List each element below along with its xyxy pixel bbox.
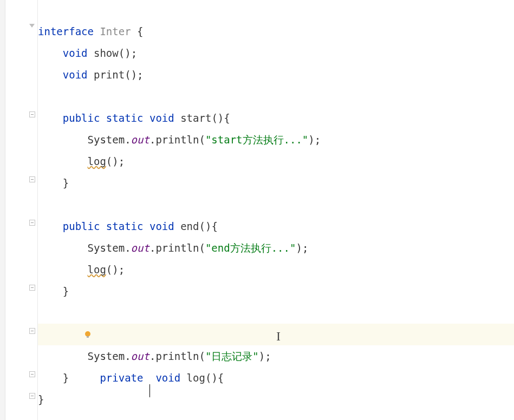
method-show: show	[94, 47, 119, 59]
code-line[interactable]: System.out.println("日志记录");	[38, 345, 514, 367]
code-line[interactable]	[38, 302, 514, 324]
code-line[interactable]: public static void start(){	[38, 107, 514, 129]
call-log: log	[88, 155, 106, 167]
gutter	[0, 0, 38, 420]
field-out: out	[131, 350, 149, 362]
fold-icon[interactable]	[29, 285, 37, 292]
mouse-ibeam-cursor: I	[276, 325, 281, 347]
class-name: Inter	[100, 25, 131, 37]
code-line[interactable]: }	[38, 367, 514, 389]
call-log: log	[88, 264, 106, 275]
code-line[interactable]	[38, 86, 514, 107]
method-start: start	[180, 112, 211, 124]
fold-icon[interactable]	[29, 220, 37, 227]
svg-point-0	[85, 331, 90, 337]
code-line[interactable]	[38, 194, 514, 215]
fold-icon[interactable]	[29, 24, 37, 31]
method-print: print	[94, 69, 125, 81]
code-editor[interactable]: interface Inter { void show(); void prin…	[0, 0, 514, 420]
string-literal: "end方法执行..."	[205, 242, 296, 254]
code-line[interactable]: void print();	[38, 64, 514, 86]
code-line[interactable]: System.out.println("end方法执行...");	[38, 237, 514, 259]
code-area[interactable]: interface Inter { void show(); void prin…	[38, 0, 514, 420]
bulb-icon[interactable]	[83, 330, 92, 339]
code-line[interactable]: System.out.println("start方法执行...");	[38, 129, 514, 150]
fold-icon[interactable]	[29, 328, 37, 336]
code-line[interactable]: }	[38, 280, 514, 302]
field-out: out	[131, 134, 149, 146]
code-line[interactable]: log();	[38, 150, 514, 172]
method-end: end	[180, 220, 199, 232]
code-line[interactable]: log();	[38, 259, 514, 280]
keyword-interface: interface	[38, 25, 94, 37]
code-line[interactable]: public static void end(){	[38, 215, 514, 237]
code-line-active[interactable]: private void log(){ I	[38, 324, 514, 345]
gutter-stripe	[0, 0, 5, 420]
fold-icon[interactable]	[29, 371, 37, 379]
string-literal: "start方法执行..."	[205, 134, 308, 146]
fold-icon[interactable]	[29, 176, 37, 184]
code-line[interactable]: }	[38, 172, 514, 194]
fold-icon[interactable]	[29, 393, 37, 401]
code-line[interactable]: interface Inter {	[38, 21, 514, 42]
code-line[interactable]	[38, 0, 514, 21]
code-line[interactable]: void show();	[38, 42, 514, 64]
fold-icon[interactable]	[29, 111, 37, 119]
svg-rect-1	[87, 336, 89, 338]
field-out: out	[131, 242, 149, 254]
code-line[interactable]: }	[38, 389, 514, 410]
string-literal: "日志记录"	[205, 350, 259, 362]
